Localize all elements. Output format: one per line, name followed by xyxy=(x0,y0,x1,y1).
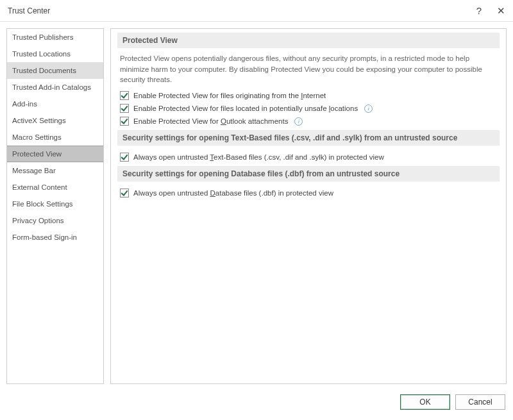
group-header-db-files: Security settings for opening Database f… xyxy=(117,166,500,181)
label-db: Always open untrusted Database files (.d… xyxy=(133,189,333,197)
label-pv-unsafe-locations: Enable Protected View for files located … xyxy=(133,105,358,112)
sidebar-item-activex-settings[interactable]: ActiveX Settings xyxy=(7,112,103,129)
titlebar-controls: ? ✕ xyxy=(476,6,505,15)
checkbox-db[interactable] xyxy=(120,189,129,197)
sidebar-item-external-content[interactable]: External Content xyxy=(7,179,103,196)
checkbox-pv-outlook[interactable] xyxy=(120,117,129,126)
dialog-body: Trusted Publishers Trusted Locations Tru… xyxy=(0,22,513,391)
dialog-footer: OK Cancel xyxy=(0,391,513,414)
sidebar-item-message-bar[interactable]: Message Bar xyxy=(7,162,103,179)
window-title: Trust Center xyxy=(8,6,50,15)
option-pv-outlook: Enable Protected View for Outlook attach… xyxy=(117,115,500,128)
group-header-text-files: Security settings for opening Text-Based… xyxy=(117,130,500,146)
sidebar-item-trusted-publishers[interactable]: Trusted Publishers xyxy=(7,29,103,46)
sidebar-item-macro-settings[interactable]: Macro Settings xyxy=(7,129,103,146)
checkbox-pv-internet[interactable] xyxy=(120,91,129,100)
content-panel: Protected View Protected View opens pote… xyxy=(110,28,507,384)
titlebar: Trust Center ? ✕ xyxy=(0,0,513,22)
option-pv-internet: Enable Protected View for files originat… xyxy=(117,89,500,102)
cancel-button[interactable]: Cancel xyxy=(455,394,505,410)
help-icon[interactable]: ? xyxy=(476,6,482,15)
ok-button[interactable]: OK xyxy=(400,394,450,410)
sidebar-item-trusted-locations[interactable]: Trusted Locations xyxy=(7,46,103,62)
option-pv-unsafe-locations: Enable Protected View for files located … xyxy=(117,102,500,115)
option-db: Always open untrusted Database files (.d… xyxy=(117,187,500,199)
close-icon[interactable]: ✕ xyxy=(497,6,505,15)
sidebar-item-trusted-documents[interactable]: Trusted Documents xyxy=(7,62,103,79)
sidebar-item-file-block-settings[interactable]: File Block Settings xyxy=(7,196,103,212)
category-sidebar: Trusted Publishers Trusted Locations Tru… xyxy=(6,28,104,384)
group-header-protected-view: Protected View xyxy=(117,33,500,48)
checkbox-text-based[interactable] xyxy=(120,153,129,162)
label-text-based: Always open untrusted Text-Based files (… xyxy=(133,153,384,161)
sidebar-item-trusted-addin-catalogs[interactable]: Trusted Add-in Catalogs xyxy=(7,79,103,96)
label-pv-internet: Enable Protected View for files originat… xyxy=(133,92,326,99)
checkbox-pv-unsafe-locations[interactable] xyxy=(120,104,129,113)
sidebar-item-form-based-sign-in[interactable]: Form-based Sign-in xyxy=(7,229,103,246)
sidebar-item-protected-view[interactable]: Protected View xyxy=(7,146,103,162)
label-pv-outlook: Enable Protected View for Outlook attach… xyxy=(133,117,288,125)
info-icon[interactable]: i xyxy=(294,117,303,126)
sidebar-item-privacy-options[interactable]: Privacy Options xyxy=(7,212,103,229)
sidebar-item-add-ins[interactable]: Add-ins xyxy=(7,96,103,112)
protected-view-description: Protected View opens potentially dangero… xyxy=(117,53,500,89)
info-icon[interactable]: i xyxy=(364,105,373,113)
option-text-based: Always open untrusted Text-Based files (… xyxy=(117,151,500,164)
